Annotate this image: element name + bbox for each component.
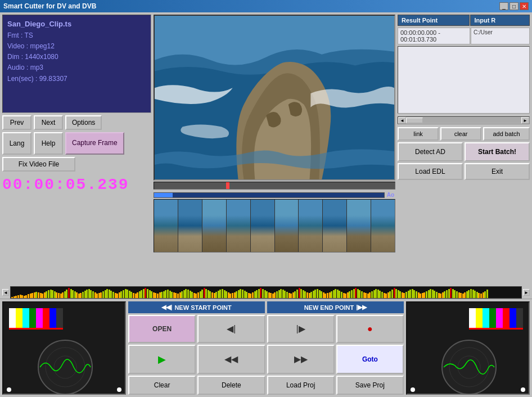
next-button[interactable]: Next <box>34 115 63 130</box>
thumb-7[interactable] <box>299 200 322 252</box>
left-scope-panel <box>2 301 126 395</box>
next-frame-button[interactable]: |▶ <box>267 315 335 343</box>
dim-label: Dim : 1440x1080 <box>7 52 146 62</box>
play-button[interactable]: ▶ <box>128 345 196 375</box>
timeline-bar[interactable] <box>154 192 385 198</box>
svg-point-15 <box>117 387 121 392</box>
load-edl-button[interactable]: Load EDL <box>398 163 463 180</box>
bottom-area: ◀◀| NEW START POINT NEW END POINT |▶▶ OP… <box>0 299 532 397</box>
thumb-9[interactable] <box>347 200 371 252</box>
svg-rect-20 <box>489 308 496 328</box>
help-button[interactable]: Help <box>34 132 63 155</box>
save-proj-button[interactable]: Save Proj <box>336 376 404 395</box>
options-button[interactable]: Options <box>65 115 102 130</box>
thumb-2[interactable] <box>178 200 202 252</box>
goto-button[interactable]: Goto <box>336 345 404 375</box>
thumb-4[interactable] <box>227 200 250 252</box>
exit-button[interactable]: Exit <box>465 163 530 180</box>
horizontal-scrollbar[interactable]: ◄ ► <box>398 116 530 124</box>
svg-rect-8 <box>49 308 56 328</box>
thumb-6[interactable] <box>275 200 299 252</box>
audio-strip-left-arrow[interactable]: ◄ <box>2 289 9 296</box>
svg-rect-6 <box>36 308 43 328</box>
scrubber-bar[interactable] <box>154 182 395 190</box>
detect-ad-button[interactable]: Detect AD <box>398 142 463 161</box>
len-label: Len(sec) : 99.83307 <box>7 74 146 84</box>
timeline-fill <box>154 193 173 197</box>
fast-forward-button[interactable]: ▶▶ <box>267 345 335 375</box>
bottom-clear-button[interactable]: Clear <box>128 376 196 395</box>
timeline-row: Ao <box>154 191 395 198</box>
result-value: 00:00:00.000 - 00:01:03.730 <box>398 28 470 44</box>
controls-center: ◀◀| NEW START POINT NEW END POINT |▶▶ OP… <box>128 301 404 395</box>
top-area: San_Diego_Clip.ts Fmt : TS Video : mpeg1… <box>0 12 532 286</box>
bottom-action-row: Clear Delete Load Proj Save Proj <box>128 376 404 395</box>
audio-strip-right-arrow[interactable]: ► <box>523 289 530 296</box>
svg-point-14 <box>7 387 11 392</box>
nav-button-row: Prev Next Options <box>2 115 151 130</box>
delete-button[interactable]: Delete <box>197 376 265 395</box>
right-panel: Result Point Input R 00:00:00.000 - 00:0… <box>398 15 530 284</box>
start-batch-button[interactable]: Start Batch! <box>465 142 530 161</box>
capture-frame-button[interactable]: Capture Frame <box>65 132 124 155</box>
scroll-thumb[interactable] <box>406 118 423 123</box>
result-point-header: Result Point <box>398 15 470 26</box>
controls-grid: OPEN ◀| |▶ ● ▶ ◀◀ ▶▶ Goto <box>128 315 404 374</box>
svg-rect-5 <box>29 308 36 328</box>
thumb-10[interactable] <box>371 200 395 252</box>
svg-point-11 <box>38 340 92 394</box>
load-proj-button[interactable]: Load Proj <box>267 376 335 395</box>
svg-rect-18 <box>476 308 483 328</box>
scroll-left-button[interactable]: ◄ <box>398 117 406 124</box>
audio-strip-area: ◄ ► <box>0 286 532 299</box>
prev-frame-button[interactable]: ◀| <box>197 315 265 343</box>
minimize-button[interactable]: _ <box>499 2 508 10</box>
fmt-label: Fmt : TS <box>7 30 146 41</box>
video-canvas <box>155 16 394 179</box>
svg-rect-22 <box>503 308 510 328</box>
thumb-8[interactable] <box>323 200 346 252</box>
record-button[interactable]: ● <box>336 315 404 343</box>
maximize-button[interactable]: □ <box>510 2 519 10</box>
left-scope-svg <box>3 303 126 395</box>
file-info-panel: San_Diego_Clip.ts Fmt : TS Video : mpeg1… <box>2 15 151 113</box>
svg-rect-10 <box>9 328 63 330</box>
video-label: Video : mpeg12 <box>7 41 146 52</box>
result-header: Result Point Input R <box>398 15 530 26</box>
scroll-track[interactable] <box>406 118 521 123</box>
thumb-5[interactable] <box>251 200 274 252</box>
timecode-display: 00:00:05.239 <box>2 174 151 196</box>
clear-button[interactable]: clear <box>440 127 481 141</box>
result-row: 00:00:00.000 - 00:01:03.730 C:/User <box>398 28 530 44</box>
end-point-icon: |▶▶ <box>356 304 367 311</box>
title-bar: Smart Cutter for DV and DVB _ □ ✕ <box>0 0 532 12</box>
svg-rect-24 <box>516 308 523 328</box>
svg-rect-25 <box>469 328 523 330</box>
thumb-1[interactable] <box>154 200 178 252</box>
svg-rect-21 <box>496 308 503 328</box>
audio-label: Audio : mp3 <box>7 62 146 73</box>
thumb-3[interactable] <box>202 200 226 252</box>
app-title: Smart Cutter for DV and DVB <box>3 2 96 10</box>
fix-video-button[interactable]: Fix Video File <box>2 157 75 172</box>
link-button[interactable]: link <box>398 127 439 141</box>
result-list[interactable] <box>398 46 530 114</box>
lang-button[interactable]: Lang <box>2 132 31 155</box>
svg-rect-7 <box>43 308 49 328</box>
start-end-labels: ◀◀| NEW START POINT NEW END POINT |▶▶ <box>128 301 404 313</box>
scrubber-thumb[interactable] <box>226 182 229 189</box>
right-scope-svg <box>407 303 530 395</box>
svg-point-29 <box>411 387 415 392</box>
rewind-button[interactable]: ◀◀ <box>197 345 265 375</box>
svg-rect-2 <box>9 308 16 328</box>
prev-button[interactable]: Prev <box>2 115 31 130</box>
scroll-right-button[interactable]: ► <box>521 117 529 124</box>
svg-rect-9 <box>56 308 63 328</box>
close-button[interactable]: ✕ <box>520 2 529 10</box>
left-panel: San_Diego_Clip.ts Fmt : TS Video : mpeg1… <box>2 15 151 284</box>
add-batch-button[interactable]: add batch <box>483 127 530 141</box>
svg-rect-3 <box>16 308 22 328</box>
thumbnail-strip <box>154 199 395 252</box>
open-button[interactable]: OPEN <box>128 315 196 343</box>
ao-label: Ao <box>386 191 395 198</box>
